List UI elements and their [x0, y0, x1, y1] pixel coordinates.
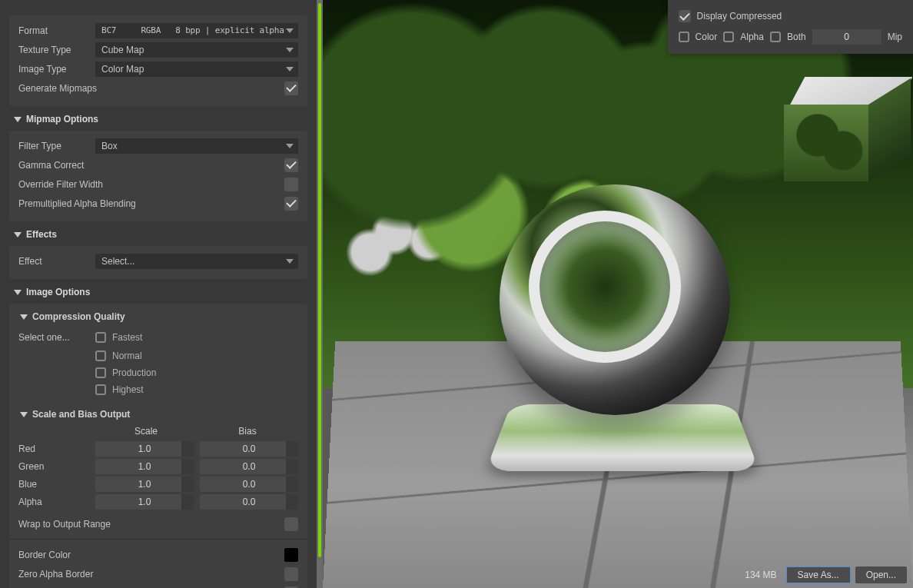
- filter-type-dropdown[interactable]: Box: [95, 138, 298, 154]
- show-color-label: Color: [696, 32, 718, 42]
- override-filter-width-label: Override Filter Width: [18, 179, 103, 190]
- quality-fastest-radio[interactable]: [95, 332, 106, 343]
- open-button[interactable]: Open...: [855, 566, 907, 583]
- compression-quality-header[interactable]: Compression Quality: [20, 311, 298, 322]
- red-bias-input[interactable]: 0.0: [200, 441, 298, 457]
- format-label: Format: [18, 25, 95, 36]
- viewport-footer: 134 MB Save As... Open...: [745, 566, 907, 583]
- save-as-button[interactable]: Save As...: [786, 566, 851, 583]
- image-options-title: Image Options: [26, 287, 90, 297]
- effects-title: Effects: [26, 229, 57, 240]
- bias-column-header: Bias: [197, 426, 298, 437]
- quality-normal-label: Normal: [112, 350, 142, 361]
- wrap-output-checkbox[interactable]: [284, 517, 298, 531]
- effect-label: Effect: [18, 256, 95, 267]
- chevron-down-icon: [14, 117, 22, 122]
- gamma-correct-checkbox[interactable]: [284, 158, 298, 172]
- table-row: Red 1.0 0.0: [18, 440, 298, 457]
- splitter-handle[interactable]: [317, 0, 323, 588]
- premult-alpha-label: Premultiplied Alpha Blending: [18, 198, 136, 209]
- show-alpha-checkbox[interactable]: [723, 32, 734, 42]
- texture-type-dropdown[interactable]: Cube Map: [95, 42, 298, 58]
- mip-level-input[interactable]: 0: [812, 29, 881, 45]
- display-overlay: Display Compressed Color Alpha Both 0 Mi…: [668, 0, 913, 54]
- image-type-dropdown[interactable]: Color Map: [95, 61, 298, 77]
- select-one-label: Select one...: [18, 332, 95, 343]
- scale-column-header: Scale: [95, 426, 197, 437]
- effects-section: Effect Select...: [9, 246, 307, 279]
- wrap-output-label: Wrap to Output Range: [18, 519, 111, 530]
- zero-alpha-border-label: Zero Alpha Border: [18, 569, 93, 580]
- scale-bias-title: Scale and Bias Output: [32, 409, 130, 420]
- border-color-label: Border Color: [18, 550, 71, 560]
- image-type-label: Image Type: [18, 64, 95, 75]
- border-color-swatch[interactable]: [284, 548, 298, 562]
- blue-bias-input[interactable]: 0.0: [200, 477, 298, 492]
- settings-panel: Format BC7 RGBA 8 bpp | explicit alpha T…: [0, 0, 317, 588]
- effects-header[interactable]: Effects: [14, 229, 317, 240]
- override-filter-width-checkbox[interactable]: [284, 178, 298, 191]
- scale-bias-header[interactable]: Scale and Bias Output: [20, 409, 298, 420]
- quality-highest-radio[interactable]: [95, 384, 106, 395]
- generate-mipmaps-checkbox[interactable]: [284, 81, 298, 95]
- quality-normal-radio[interactable]: [95, 350, 106, 361]
- image-options-header[interactable]: Image Options: [14, 287, 317, 297]
- mipmap-options-title: Mipmap Options: [26, 114, 98, 125]
- show-color-checkbox[interactable]: [679, 32, 689, 42]
- quality-fastest-label: Fastest: [112, 332, 142, 343]
- channel-blue-label: Blue: [18, 479, 89, 490]
- general-section: Format BC7 RGBA 8 bpp | explicit alpha T…: [9, 15, 307, 106]
- chevron-down-icon: [14, 232, 22, 238]
- quality-highest-label: Highest: [112, 384, 144, 395]
- texture-type-label: Texture Type: [18, 45, 95, 55]
- blue-scale-input[interactable]: 1.0: [95, 477, 194, 492]
- texture-preview-viewport[interactable]: Display Compressed Color Alpha Both 0 Mi…: [323, 0, 913, 588]
- green-bias-input[interactable]: 0.0: [200, 459, 298, 474]
- chevron-down-icon: [20, 412, 28, 417]
- mipmap-options-header[interactable]: Mipmap Options: [14, 114, 317, 125]
- table-row: Alpha 1.0 0.0: [18, 493, 298, 510]
- channel-alpha-label: Alpha: [18, 497, 89, 507]
- alpha-bias-input[interactable]: 0.0: [200, 494, 298, 510]
- quality-production-radio[interactable]: [95, 367, 106, 378]
- effect-dropdown[interactable]: Select...: [95, 254, 298, 269]
- table-row: Blue 1.0 0.0: [18, 475, 298, 493]
- premult-alpha-checkbox[interactable]: [284, 197, 298, 211]
- mipmap-section: Filter Type Box Gamma Correct Override F…: [9, 131, 307, 221]
- preview-sphere: [500, 184, 730, 415]
- alpha-scale-input[interactable]: 1.0: [95, 494, 194, 510]
- generate-mipmaps-label: Generate Mipmaps: [18, 83, 97, 94]
- quality-production-label: Production: [112, 367, 156, 378]
- image-options-section: Compression Quality Select one... Fastes…: [9, 304, 307, 588]
- show-both-checkbox[interactable]: [770, 32, 781, 42]
- green-scale-input[interactable]: 1.0: [95, 459, 194, 474]
- preview-scene: [323, 0, 913, 588]
- preview-cube: [784, 77, 907, 184]
- show-both-label: Both: [787, 32, 806, 42]
- mip-label: Mip: [888, 32, 902, 42]
- display-compressed-checkbox[interactable]: [679, 10, 691, 22]
- chevron-down-icon: [14, 290, 22, 295]
- file-size-label: 134 MB: [745, 570, 776, 580]
- format-dropdown[interactable]: BC7 RGBA 8 bpp | explicit alpha: [95, 23, 298, 38]
- table-row: Green 1.0 0.0: [18, 457, 298, 475]
- chevron-down-icon: [20, 314, 28, 320]
- channel-red-label: Red: [18, 443, 89, 454]
- display-compressed-label: Display Compressed: [697, 11, 782, 22]
- show-alpha-label: Alpha: [740, 32, 764, 42]
- gamma-correct-label: Gamma Correct: [18, 160, 84, 171]
- compression-quality-title: Compression Quality: [32, 311, 125, 322]
- red-scale-input[interactable]: 1.0: [95, 441, 194, 457]
- zero-alpha-border-checkbox[interactable]: [284, 567, 298, 581]
- filter-type-label: Filter Type: [18, 141, 95, 151]
- channel-green-label: Green: [18, 461, 89, 472]
